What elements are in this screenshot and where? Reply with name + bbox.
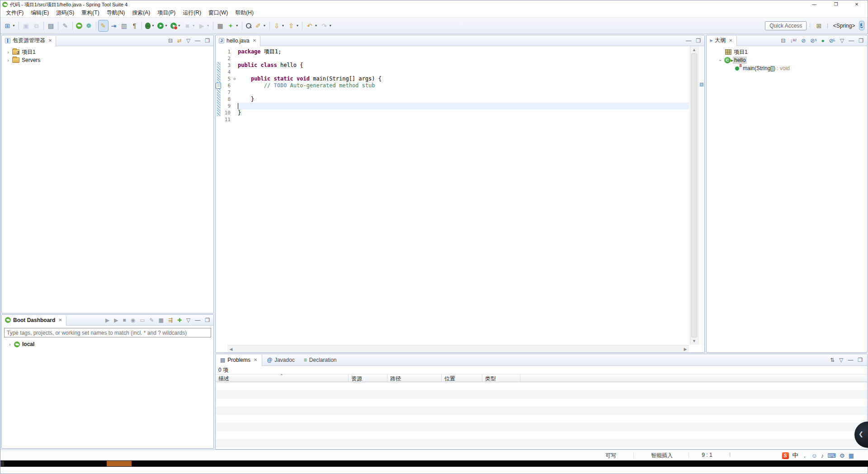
- tab-declaration[interactable]: ≡Declaration: [299, 354, 341, 366]
- open-console-button[interactable]: ▤: [46, 20, 56, 31]
- menu-item-10[interactable]: 帮助(H): [231, 8, 257, 18]
- open-console-button[interactable]: ▭: [140, 317, 145, 323]
- dropdown-caret-icon[interactable]: ▼: [314, 24, 317, 27]
- focus-icon[interactable]: ⇅: [830, 357, 835, 363]
- hide-local-types-icon[interactable]: ⊘ᴸ: [829, 38, 835, 44]
- table-row[interactable]: [216, 423, 867, 431]
- tree-item-local[interactable]: ›local: [2, 340, 213, 348]
- previous-edit-button[interactable]: ⇧▼: [286, 20, 300, 31]
- open-config-button[interactable]: ✎: [149, 317, 154, 323]
- code-line-6[interactable]: 6 // TODO Auto-generated method stub: [216, 82, 689, 89]
- dropdown-caret-icon[interactable]: ▼: [329, 24, 332, 27]
- vertical-scrollbar[interactable]: ▲ ▼: [690, 46, 698, 345]
- coverage-button[interactable]: ▼: [170, 20, 182, 31]
- minimize-window-button[interactable]: —: [804, 0, 824, 9]
- hide-fields-icon[interactable]: ⊘: [801, 38, 806, 44]
- save-button[interactable]: ▣: [21, 20, 31, 31]
- close-icon[interactable]: ✕: [254, 357, 257, 362]
- maximize-icon[interactable]: ❐: [858, 357, 863, 363]
- code-line-8[interactable]: 8 }: [216, 96, 689, 103]
- new-wizard-button[interactable]: ⊞▼: [3, 20, 16, 31]
- column-header-路径[interactable]: 路径: [387, 374, 442, 382]
- code-line-2[interactable]: 2: [216, 55, 689, 62]
- maximize-icon[interactable]: ❐: [696, 38, 701, 44]
- minimize-icon[interactable]: —: [686, 38, 691, 44]
- dropdown-caret-icon[interactable]: ▼: [178, 24, 181, 27]
- voice-icon[interactable]: ♪: [821, 452, 824, 459]
- code-editor[interactable]: 1package 项目1;23public class hello {45⊖ p…: [216, 46, 704, 352]
- link-with-editor-icon[interactable]: ⇄: [177, 38, 182, 44]
- close-window-button[interactable]: ✕: [847, 0, 867, 9]
- minimize-icon[interactable]: —: [195, 38, 200, 44]
- table-row[interactable]: [216, 407, 867, 415]
- collapse-all-icon[interactable]: ⊟: [168, 38, 173, 44]
- forward-button[interactable]: ↷▼: [319, 20, 333, 31]
- search-button[interactable]: ✐▼: [254, 20, 267, 31]
- fold-marker-icon[interactable]: ⊖: [231, 76, 238, 82]
- sort-icon[interactable]: ↓ᵃᶻ: [790, 38, 797, 44]
- perspective-spring-label[interactable]: <Spring>: [831, 23, 857, 29]
- outline-item-package[interactable]: 项目1: [707, 48, 867, 56]
- start-button[interactable]: ▶: [105, 317, 109, 323]
- tab-boot-dashboard[interactable]: Boot Dashboard ✕: [2, 315, 66, 326]
- templates-button[interactable]: ▥: [119, 20, 129, 31]
- scroll-left-icon[interactable]: ◀: [227, 346, 235, 352]
- tab-javadoc[interactable]: @Javadoc: [262, 354, 299, 366]
- tab-hello-java[interactable]: J hello.java ✕: [216, 35, 260, 46]
- scroll-up-icon[interactable]: ▲: [690, 46, 698, 53]
- boot-dashboard-filter-input[interactable]: [4, 328, 211, 337]
- emoji-icon[interactable]: ☺: [811, 452, 817, 459]
- menu-item-6[interactable]: 搜索(A): [128, 8, 154, 18]
- open-perspective-button[interactable]: ⊞: [814, 20, 824, 31]
- input-mode-chinese[interactable]: 中: [793, 451, 798, 460]
- view-menu-icon[interactable]: ▽: [186, 317, 190, 323]
- task-annotation-marker[interactable]: [700, 83, 703, 86]
- menu-item-3[interactable]: 源码(S): [52, 8, 78, 18]
- last-edit-location-button[interactable]: ⇩▼: [272, 20, 286, 31]
- skin-icon[interactable]: ▦: [849, 452, 854, 459]
- view-menu-icon[interactable]: ▽: [839, 357, 843, 363]
- maximize-icon[interactable]: ❐: [859, 38, 863, 44]
- menu-item-8[interactable]: 运行(R): [179, 8, 205, 18]
- sketch-button[interactable]: ✎: [61, 20, 70, 31]
- chevron-right-icon[interactable]: ›: [5, 58, 12, 63]
- table-row[interactable]: [216, 439, 867, 447]
- dropdown-caret-icon[interactable]: ▼: [263, 24, 266, 27]
- menu-item-1[interactable]: 文件(F): [2, 8, 27, 18]
- start-devtools-button[interactable]: ▶: [114, 317, 118, 323]
- open-type-button[interactable]: [245, 20, 253, 31]
- column-header-位置[interactable]: 位置: [442, 374, 482, 382]
- code-line-4[interactable]: 4: [216, 69, 689, 76]
- tree-item-Servers[interactable]: ›Servers: [2, 56, 213, 64]
- maximize-window-button[interactable]: ❐: [826, 0, 846, 9]
- close-icon[interactable]: ✕: [48, 38, 52, 43]
- soft-keyboard-icon[interactable]: ⌨: [827, 452, 836, 459]
- tab-outline[interactable]: ⫸ 大纲 ✕: [707, 35, 737, 46]
- tab-problems[interactable]: ▤Problems✕: [216, 354, 262, 366]
- chevron-right-icon[interactable]: ›: [6, 342, 14, 347]
- show-whitespace-button[interactable]: ¶: [130, 20, 139, 31]
- tree-item-项目1[interactable]: ›J项目1: [2, 48, 213, 56]
- dropdown-caret-icon[interactable]: ▼: [165, 24, 168, 27]
- outline-item-method[interactable]: Smain(String[]) : void: [707, 64, 867, 72]
- task-marker-icon[interactable]: [216, 83, 221, 89]
- table-row[interactable]: [216, 415, 867, 423]
- scroll-right-icon[interactable]: ▶: [682, 346, 689, 352]
- dropdown-caret-icon[interactable]: ▼: [12, 24, 15, 27]
- back-button[interactable]: ↶▼: [305, 20, 318, 31]
- mark-occurrences-button[interactable]: ✎: [99, 20, 108, 31]
- maximize-icon[interactable]: ❐: [205, 317, 210, 323]
- collapse-all-icon[interactable]: ⊟: [781, 38, 785, 44]
- hide-static-icon[interactable]: ⊘ˢ: [810, 38, 816, 44]
- code-line-5[interactable]: 5⊖ public static void main(String[] args…: [216, 76, 689, 82]
- code-line-7[interactable]: 7: [216, 89, 689, 96]
- column-header-类型[interactable]: 类型: [482, 374, 520, 382]
- dropdown-caret-icon[interactable]: ▼: [192, 24, 195, 27]
- minimize-icon[interactable]: —: [848, 357, 853, 363]
- redebug-button[interactable]: ◉: [131, 317, 135, 323]
- table-row[interactable]: [216, 382, 867, 390]
- add-button[interactable]: ✚: [177, 317, 182, 323]
- outline-item-class[interactable]: ›C▶hello: [707, 56, 867, 64]
- menu-item-9[interactable]: 窗口(W): [205, 8, 231, 18]
- toolbox-icon[interactable]: ⚙: [840, 452, 845, 459]
